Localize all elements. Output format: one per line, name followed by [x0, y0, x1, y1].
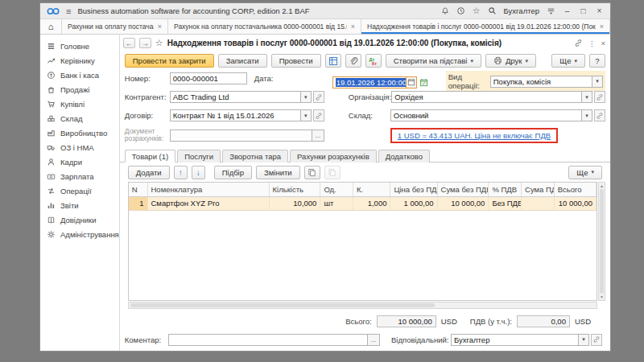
attachments-button[interactable] [345, 54, 361, 68]
workspace-tab-goods-receipt-doc[interactable]: Надходження товарів і послуг 0000-000001… [361, 19, 610, 34]
workspace-tab-supplier-invoice-doc[interactable]: Рахунок на оплату постачальника 0000-000… [168, 19, 361, 34]
items-more-button[interactable]: Ще ▾ [568, 166, 602, 179]
favorite-star-icon[interactable]: ☆ [155, 38, 163, 48]
more-actions-icon[interactable]: ⋮ [588, 39, 596, 47]
close-tab-icon[interactable]: × [600, 23, 604, 31]
main-menu-icon[interactable]: ≡ [66, 6, 71, 16]
cell-amount[interactable]: 10 000,00 [437, 196, 489, 210]
post-button[interactable]: Провести [271, 54, 321, 68]
move-up-button[interactable]: ↑ [174, 166, 188, 179]
show-postings-button[interactable]: ДтКт [365, 54, 382, 68]
current-user-label[interactable]: Бухгалтер [504, 6, 539, 15]
notifications-bell-icon[interactable] [441, 6, 449, 15]
sidebar-item-sales[interactable]: Продажі [40, 82, 119, 97]
open-link-button[interactable] [313, 109, 324, 121]
scroll-down-icon[interactable]: ▼ [600, 294, 604, 299]
open-link-button[interactable] [594, 91, 605, 103]
sidebar-item-warehouse[interactable]: Склад [40, 111, 119, 125]
cell-price[interactable]: 1 000,00 [390, 196, 437, 210]
currency-rate-link[interactable]: 1 USD = 43.413 UAH. Ціна не включає ПДВ [398, 131, 551, 140]
warehouse-field[interactable]: Основний [390, 109, 582, 121]
open-link-button[interactable] [591, 334, 602, 346]
more-button[interactable]: Ще ▾ [551, 54, 585, 68]
close-window-button[interactable]: × [595, 7, 604, 15]
back-button[interactable]: ← [123, 38, 135, 48]
counterparty-field[interactable]: ABC Trading Ltd [170, 91, 301, 103]
create-based-on-button[interactable]: Створити на підставі ▾ [386, 54, 481, 68]
sidebar-item-main[interactable]: Головне [40, 39, 119, 53]
dropdown-button[interactable]: ▾ [582, 91, 592, 103]
col-n[interactable]: N [129, 183, 147, 196]
paste-button[interactable] [324, 166, 341, 179]
sidebar-item-operations[interactable]: Операції [40, 183, 119, 198]
home-tab[interactable]: ⌂ [40, 19, 62, 34]
comment-field[interactable] [168, 334, 368, 346]
open-link-button[interactable] [594, 109, 605, 121]
comment-expand-button[interactable]: ... [368, 334, 380, 346]
cell-unit[interactable]: шт [320, 196, 353, 210]
organization-field[interactable]: Орхідея [391, 91, 582, 103]
minimize-button[interactable]: – [563, 7, 572, 15]
cell-k[interactable]: 1,000 [353, 196, 390, 210]
col-vat-amount[interactable]: Сума ПДВ [522, 183, 555, 196]
copy-button[interactable] [304, 166, 320, 179]
sidebar-item-reports[interactable]: Звіти [40, 198, 119, 212]
sidebar-item-bank-cash[interactable]: Банк і каса [40, 68, 119, 82]
cell-vat-amount[interactable] [522, 196, 555, 210]
col-vat-rate[interactable]: % ПДВ [489, 183, 522, 196]
sidebar-item-salary[interactable]: Зарплата [40, 169, 119, 183]
col-quantity[interactable]: Кількість [269, 183, 320, 196]
help-button[interactable]: ? [589, 54, 605, 68]
tab-additional[interactable]: Додатково [378, 150, 430, 162]
choose-button[interactable]: ... [312, 130, 324, 142]
post-and-close-button[interactable]: Провести та закрити [125, 54, 214, 68]
history-icon[interactable] [456, 6, 465, 15]
search-icon[interactable] [488, 6, 497, 15]
dropdown-button[interactable]: ▾ [301, 109, 312, 121]
cell-n[interactable]: 1 [129, 196, 147, 210]
maximize-button[interactable]: □ [579, 7, 588, 15]
print-button[interactable]: Друк ▾ [485, 54, 536, 68]
col-k[interactable]: К. [353, 183, 390, 196]
change-button[interactable]: Змінити [256, 166, 300, 179]
col-nomenclature[interactable]: Номенклатура [147, 183, 269, 196]
cell-total[interactable]: 10 000,00 [554, 196, 596, 210]
pick-button[interactable]: Підбір [214, 166, 252, 179]
sidebar-item-manager[interactable]: Керівнику [40, 53, 119, 68]
workspace-tab-supplier-invoices[interactable]: Рахунки на оплату постачальників × [62, 19, 168, 34]
operation-type-field[interactable]: Покупка, комісія [490, 76, 592, 88]
responsible-field[interactable]: Бухгалтер [451, 334, 579, 346]
col-unit[interactable]: Од. [320, 183, 353, 196]
settlement-doc-field[interactable] [170, 130, 312, 142]
sidebar-item-purchases[interactable]: Купівлі [40, 97, 119, 111]
close-tab-icon[interactable]: × [351, 23, 355, 31]
add-row-button[interactable]: Додати [128, 166, 170, 179]
col-price-no-vat[interactable]: Ціна без ПДВ [390, 183, 437, 196]
tab-settlement-accounts[interactable]: Рахунки розрахунків [290, 150, 377, 162]
number-field[interactable]: 0000-000001 [170, 72, 247, 84]
sidebar-item-production[interactable]: Виробництво [40, 125, 119, 140]
dropdown-button[interactable]: ▾ [582, 109, 592, 121]
dropdown-button[interactable]: ▾ [579, 334, 589, 346]
horizontal-scrollbar[interactable] [128, 302, 597, 309]
scroll-up-icon[interactable]: ▲ [600, 183, 604, 188]
set-current-date-icon[interactable] [419, 76, 430, 88]
open-link-button[interactable] [313, 91, 324, 103]
sidebar-item-administration[interactable]: Адміністрування [40, 227, 119, 241]
sidebar-item-directories[interactable]: Довідники [40, 212, 119, 227]
service-menu-icon[interactable] [547, 6, 555, 15]
scrollbar-thumb[interactable] [130, 303, 435, 307]
forward-button[interactable]: → [139, 38, 151, 48]
col-amount-no-vat[interactable]: Сума без ПДВ [437, 183, 489, 196]
sidebar-item-fixed-assets[interactable]: ОЗ і НМА [40, 140, 119, 154]
save-button[interactable]: Записати [218, 54, 267, 68]
tab-goods[interactable]: Товари (1) [125, 150, 175, 162]
move-down-button[interactable]: ↓ [192, 166, 205, 179]
cell-vat-rate[interactable]: Без ПДВ [489, 196, 522, 210]
scrollbar-thumb[interactable] [600, 189, 604, 294]
close-document-icon[interactable]: × [601, 39, 605, 47]
document-reports-button[interactable] [325, 54, 341, 68]
vertical-scrollbar[interactable]: ▲ ▼ [598, 182, 605, 301]
dropdown-button[interactable]: ▾ [301, 91, 312, 103]
table-row[interactable]: 1 Смартфон XYZ Pro 10,000 шт 1,000 1 000… [129, 196, 597, 210]
